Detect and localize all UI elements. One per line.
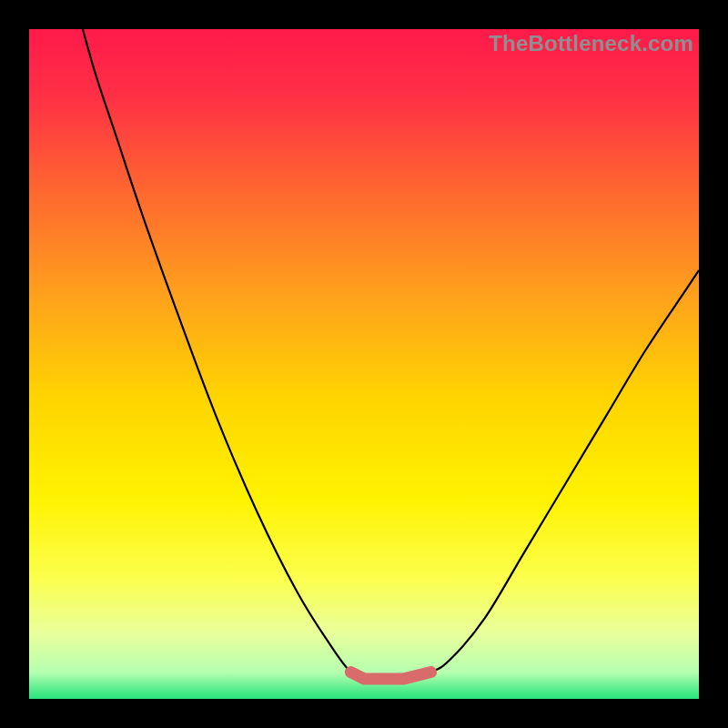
plot-area: TheBottleneck.com <box>29 29 699 699</box>
bottleneck-curve <box>29 29 699 699</box>
watermark-text: TheBottleneck.com <box>489 31 693 56</box>
chart-frame: TheBottleneck.com <box>0 0 728 728</box>
